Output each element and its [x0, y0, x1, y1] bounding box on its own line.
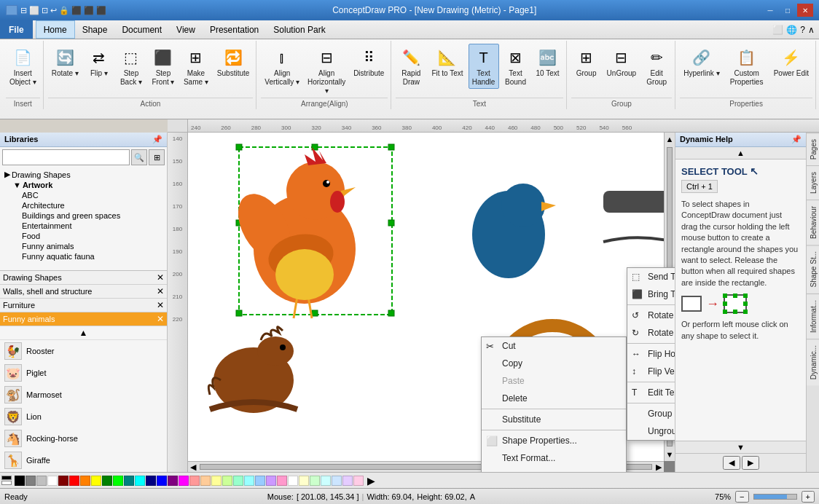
help-pin-icon[interactable]: 📌: [791, 135, 802, 144]
color-swatch-lavender[interactable]: [266, 476, 276, 486]
hyperlink-button[interactable]: 🔗 Hyperlink ▾: [680, 44, 723, 80]
lib-furniture[interactable]: Furniture ✕: [0, 299, 167, 312]
align-vertically-button[interactable]: ⫿ AlignVertically ▾: [261, 44, 303, 89]
lib-item-marmoset[interactable]: 🐒 Marmoset: [0, 384, 167, 406]
tree-funny-animals[interactable]: Funny animals: [1, 241, 165, 251]
menu-home[interactable]: Home: [36, 20, 75, 39]
tab-behaviour[interactable]: Behaviour: [807, 200, 819, 245]
zoom-in-button[interactable]: +: [802, 491, 815, 503]
lib-item-giraffe[interactable]: 🦒 Giraffe: [0, 449, 167, 471]
color-swatch-pale-purple[interactable]: [342, 476, 353, 486]
lib-drawing-shapes[interactable]: Drawing Shapes ✕: [0, 271, 167, 285]
lib-item-rooster[interactable]: 🐓 Rooster: [0, 340, 167, 362]
minimize-button[interactable]: ─: [762, 4, 778, 17]
tab-layers[interactable]: Layers: [807, 165, 819, 200]
sub-bring-to-front[interactable]: ⬛ Bring To Front Ctrl+Alt+F: [627, 286, 675, 303]
insert-object-button[interactable]: 📄 InsertObject ▾: [6, 44, 40, 89]
color-swatch-red[interactable]: [69, 476, 79, 486]
sub-edit-text[interactable]: T Edit Text F2: [627, 384, 675, 401]
sub-rotate-right[interactable]: ↻ Rotate Right (90°) Ctrl+R: [627, 324, 675, 342]
sub-ungroup[interactable]: Ungroup Ctrl+U: [627, 422, 675, 440]
sub-rotate-left[interactable]: ↺ Rotate Left (90°) Ctrl+L: [627, 307, 675, 324]
menu-file[interactable]: File: [0, 20, 33, 39]
color-swatch-maroon[interactable]: [58, 476, 68, 486]
maximize-button[interactable]: □: [780, 4, 796, 17]
tree-food[interactable]: Food: [1, 231, 165, 241]
text-bound-button[interactable]: ⊠ TextBound: [501, 44, 531, 89]
tree-artwork[interactable]: ▼ Artwork: [1, 180, 165, 190]
rapid-draw-button[interactable]: ✏️ RapidDraw: [396, 44, 426, 89]
tree-funny-aquatic[interactable]: Funny aquatic fauna: [1, 251, 165, 261]
align-horizontally-button[interactable]: ⊟ AlignHorizontally ▾: [305, 44, 348, 98]
zoom-slider[interactable]: [753, 494, 797, 500]
lib-item-rocking-horse[interactable]: 🐴 Rocking-horse: [0, 428, 167, 449]
ctx-shape-props[interactable]: ⬜ Shape Properties...: [482, 432, 626, 449]
ungroup-button[interactable]: ⊟ UnGroup: [603, 44, 640, 80]
flip-button[interactable]: ⇄ Flip ▾: [84, 44, 114, 80]
color-swatch-pink-light[interactable]: [189, 476, 200, 486]
close-button[interactable]: ✕: [797, 4, 813, 17]
sub-group[interactable]: Group Ctrl+G: [627, 405, 675, 422]
tree-entertainment[interactable]: Entertainment: [1, 221, 165, 231]
power-edit-button[interactable]: ⚡ Power Edit: [770, 44, 812, 80]
zoom-out-button[interactable]: −: [735, 491, 748, 503]
custom-properties-button[interactable]: 📋 Custom Properties: [725, 44, 769, 89]
lib-walls-close[interactable]: ✕: [157, 286, 164, 296]
edit-group-button[interactable]: ✏ EditGroup: [641, 44, 672, 89]
color-swatch-lime[interactable]: [113, 476, 123, 486]
color-swatch-black[interactable]: [15, 476, 25, 486]
color-swatch-purple[interactable]: [168, 476, 178, 486]
tree-abc[interactable]: ABC: [1, 190, 165, 200]
lib-item-piglet[interactable]: 🐷 Piglet: [0, 362, 167, 384]
color-swatch-gray[interactable]: [26, 476, 36, 486]
tab-informat[interactable]: Informat...: [807, 294, 819, 339]
color-swatch-yellow-light[interactable]: [211, 476, 222, 486]
menu-shape[interactable]: Shape: [75, 20, 115, 39]
menu-document[interactable]: Document: [114, 20, 169, 39]
step-front-button[interactable]: ⬛ StepFront ▾: [148, 44, 179, 89]
help-scroll-down[interactable]: ▼: [675, 441, 806, 453]
sub-flip-horizontal[interactable]: ↔ Flip Horizontal Ctrl+Alt+H: [627, 345, 675, 363]
ctx-cut[interactable]: ✂ Cut: [482, 337, 626, 355]
color-swatch-green[interactable]: [102, 476, 112, 486]
lib-drawing-shapes-close[interactable]: ✕: [157, 272, 164, 283]
help-icon[interactable]: ?: [800, 25, 805, 35]
color-swatch-pale-pink[interactable]: [353, 476, 364, 486]
fit-to-text-button[interactable]: 📐 Fit to Text: [428, 44, 466, 80]
menu-presentation[interactable]: Presentation: [203, 20, 266, 39]
h-scroll-left[interactable]: ◀: [188, 462, 198, 472]
tab-pages[interactable]: Pages: [807, 133, 819, 165]
help-up-icon[interactable]: ▲: [737, 149, 745, 157]
tab-shape-st[interactable]: Shape St...: [807, 245, 819, 293]
ctx-substitute[interactable]: Substitute: [482, 411, 626, 428]
sidebar-pin-icon[interactable]: 📌: [152, 135, 162, 144]
color-swatch-mint[interactable]: [233, 476, 243, 486]
expand-icon[interactable]: ∧: [808, 25, 815, 35]
lib-scroll-up[interactable]: ▲: [79, 328, 88, 338]
color-swatch-navy[interactable]: [146, 476, 156, 486]
text-handle-button[interactable]: T TextHandle: [469, 44, 499, 89]
color-swatch-green-light[interactable]: [222, 476, 232, 486]
lib-walls[interactable]: Walls, shell and structure ✕: [0, 285, 167, 299]
lib-furniture-close[interactable]: ✕: [157, 300, 164, 310]
tree-architecture[interactable]: Architecture: [1, 200, 165, 210]
sub-flip-vertical[interactable]: ↕ Flip Vertical Ctrl+Alt+J: [627, 363, 675, 380]
palette-scroll-right[interactable]: ▶: [367, 475, 375, 487]
tree-buildings[interactable]: Buildings and green spaces: [1, 210, 165, 221]
color-swatch-baby-blue[interactable]: [255, 476, 265, 486]
window-controls[interactable]: ─ □ ✕: [762, 4, 813, 17]
color-swatch-rose[interactable]: [277, 476, 287, 486]
color-swatch-blue[interactable]: [157, 476, 167, 486]
search-input[interactable]: [2, 149, 130, 165]
make-same-button[interactable]: ⊞ MakeSame ▾: [180, 44, 212, 89]
ribbon-minimize-icon[interactable]: ⬜: [772, 25, 783, 35]
color-swatch-orange[interactable]: [80, 476, 90, 486]
search-button[interactable]: 🔍: [131, 149, 147, 165]
color-swatch-teal[interactable]: [124, 476, 134, 486]
tree-root[interactable]: ▶ Drawing Shapes: [1, 169, 165, 180]
color-swatch-sky[interactable]: [244, 476, 254, 486]
color-swatch-silver[interactable]: [36, 476, 47, 486]
substitute-button[interactable]: 🔁 Substitute: [213, 44, 253, 80]
title-icons-controls[interactable]: ⊟ ⬜ ⊡ ↩ 🔒 ⬛ ⬛ ⬛: [20, 6, 106, 15]
help-scroll-up[interactable]: ▲: [675, 147, 806, 160]
